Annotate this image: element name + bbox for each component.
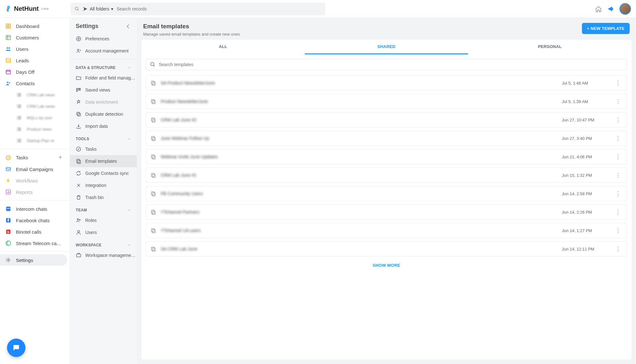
- settings-item-duplicate-detection[interactable]: Duplicate detection: [70, 108, 137, 120]
- customers-icon: [5, 34, 11, 41]
- settings-item-google-contacts-sync[interactable]: Google Contacts sync: [70, 167, 137, 179]
- back-arrow-icon[interactable]: [125, 24, 131, 29]
- sidebar-item-users[interactable]: Users: [0, 43, 67, 55]
- template-row[interactable]: CRM Lab June #1Jun 15, 1:32 PM⋮: [146, 168, 627, 183]
- more-menu-icon[interactable]: ⋮: [614, 209, 622, 216]
- more-menu-icon[interactable]: ⋮: [614, 190, 622, 197]
- brand-logo[interactable]: NetHunt CRM: [5, 5, 66, 12]
- template-row[interactable]: YTchannel PartnersJun 14, 2:26 PM⋮: [146, 204, 627, 220]
- svg-rect-33: [17, 129, 18, 129]
- intercom-icon: [5, 206, 11, 212]
- template-name: Product NewsletterJune: [161, 99, 557, 104]
- more-menu-icon[interactable]: ⋮: [614, 135, 622, 142]
- more-menu-icon[interactable]: ⋮: [614, 98, 622, 105]
- sidebar-item-days-off[interactable]: Days Off: [0, 66, 67, 78]
- sidebar-item-stream[interactable]: Stream Telecom ca…: [0, 237, 67, 249]
- settings-group-team[interactable]: TEAM: [70, 203, 137, 214]
- template-row[interactable]: SA Product NewsletterJuneJul 5, 1:48 AM⋮: [146, 75, 627, 91]
- tab-personal[interactable]: PERSONAL: [468, 40, 632, 54]
- sidebar-item-email-campaigns[interactable]: Email Campaigns: [0, 163, 67, 175]
- nav-label: Intercom chats: [16, 206, 47, 212]
- nav-label: Workflows: [16, 178, 38, 183]
- more-menu-icon[interactable]: ⋮: [614, 79, 622, 86]
- tab-shared[interactable]: SHARED: [305, 40, 468, 54]
- more-menu-icon[interactable]: ⋮: [614, 153, 622, 160]
- sidebar-item-binotel[interactable]: bBinotel calls: [0, 226, 67, 237]
- svg-point-1: [75, 7, 78, 10]
- global-search[interactable]: All folders ▾: [71, 3, 325, 15]
- folder-selector[interactable]: All folders ▾: [83, 6, 113, 11]
- announce-icon[interactable]: [607, 6, 614, 12]
- settings-item-tasks[interactable]: Tasks: [70, 143, 137, 155]
- group-label: TEAM: [76, 208, 87, 212]
- template-row[interactable]: Webinar Invite June UpdatesJun 21, 4:06 …: [146, 149, 627, 164]
- sidebar-view-item[interactable]: CRM Lab news: [0, 100, 67, 112]
- header-actions: [595, 3, 631, 15]
- svg-rect-80: [152, 193, 155, 196]
- tab-all[interactable]: ALL: [141, 40, 305, 54]
- sidebar-view-item[interactable]: Startup Plan re: [0, 135, 67, 146]
- user-avatar[interactable]: [619, 3, 631, 15]
- sidebar-item-contacts[interactable]: Contacts: [0, 78, 67, 89]
- settings-item-account-management[interactable]: Account management: [70, 45, 137, 57]
- settings-item-email-templates[interactable]: Email templates: [70, 155, 137, 167]
- template-row[interactable]: YTchannel UA usersJun 14, 1:27 PM⋮: [146, 223, 627, 238]
- more-menu-icon[interactable]: ⋮: [614, 116, 622, 123]
- svg-point-64: [78, 230, 80, 232]
- chat-fab[interactable]: [7, 339, 25, 357]
- template-name: YTchannel UA users: [161, 228, 557, 233]
- sidebar-item-settings[interactable]: Settings: [0, 254, 67, 266]
- more-menu-icon[interactable]: ⋮: [614, 245, 622, 252]
- template-row[interactable]: CRM Lab June #2Jun 27, 10:47 PM⋮: [146, 112, 627, 127]
- sidebar-view-item[interactable]: Product news: [0, 123, 67, 135]
- show-more-button[interactable]: SHOW MORE: [146, 260, 627, 271]
- new-template-button[interactable]: + NEW TEMPLATE: [582, 23, 630, 34]
- settings-item-preferences[interactable]: Preferences: [70, 33, 137, 45]
- views-icon: [76, 87, 81, 93]
- template-row[interactable]: FB Community UsersJun 14, 2:58 PM⋮: [146, 186, 627, 201]
- sidebar-item-dashboard[interactable]: Dashboard: [0, 20, 67, 32]
- more-menu-icon[interactable]: ⋮: [614, 227, 622, 234]
- settings-item-import-data[interactable]: Import data: [70, 120, 137, 132]
- more-menu-icon[interactable]: ⋮: [614, 172, 622, 179]
- settings-item-integration[interactable]: Integration: [70, 179, 137, 191]
- sidebar-item-reports[interactable]: Reports: [0, 186, 67, 198]
- settings-item-data-enrichment[interactable]: Data enrichment: [70, 96, 137, 108]
- settings-group-tools[interactable]: TOOLS: [70, 132, 137, 143]
- settings-item-roles[interactable]: Roles: [70, 214, 137, 226]
- settings-item-trash-bin[interactable]: Trash bin: [70, 191, 137, 203]
- settings-item-users[interactable]: Users: [70, 226, 137, 238]
- template-search[interactable]: [146, 59, 627, 70]
- sidebar-item-tasks[interactable]: Tasks+: [0, 152, 67, 163]
- settings-group-workspace[interactable]: WORKSPACE: [70, 238, 137, 249]
- home-icon[interactable]: [595, 6, 602, 12]
- settings-item-saved-views[interactable]: Saved views: [70, 84, 137, 96]
- settings-item-workspace-manageme-[interactable]: Workspace manageme…: [70, 249, 137, 261]
- task-icon: [76, 146, 81, 152]
- svg-rect-13: [17, 93, 18, 94]
- settings-group-data-structure[interactable]: DATA & STRUCTURE: [70, 61, 137, 72]
- svg-point-50: [8, 259, 9, 261]
- prefs-icon: [76, 36, 81, 42]
- template-row[interactable]: June Webinar Follow UpJun 27, 3:40 PM⋮: [146, 131, 627, 146]
- sidebar-item-leads[interactable]: Leads: [0, 55, 67, 66]
- sidebar-item-workflows[interactable]: Workflows: [0, 175, 67, 186]
- plus-icon[interactable]: +: [59, 154, 62, 161]
- search-input[interactable]: [116, 6, 321, 11]
- sidebar-view-item[interactable]: CRM Lab news: [0, 89, 67, 100]
- sidebar-item-customers[interactable]: Customers: [0, 32, 67, 43]
- template-row[interactable]: Product NewsletterJuneJul 5, 1:39 AM⋮: [146, 94, 627, 109]
- svg-rect-83: [151, 229, 154, 232]
- template-row[interactable]: SA CRM Lab JuneJun 14, 12:11 PM⋮: [146, 241, 627, 257]
- svg-rect-71: [151, 118, 154, 121]
- sidebar-item-intercom[interactable]: Intercom chats: [0, 203, 67, 215]
- svg-rect-20: [18, 105, 21, 105]
- svg-point-0: [8, 6, 10, 8]
- settings-item-folder-and-field-manag-[interactable]: Folder and field manag…: [70, 72, 137, 84]
- users-icon: [5, 46, 11, 52]
- template-search-input[interactable]: [159, 62, 623, 67]
- list-icon: [16, 137, 22, 144]
- gear-icon: [5, 257, 11, 263]
- sidebar-item-facebook[interactable]: Facebook chats: [0, 215, 67, 226]
- sidebar-view-item[interactable]: MQLs by sour: [0, 112, 67, 123]
